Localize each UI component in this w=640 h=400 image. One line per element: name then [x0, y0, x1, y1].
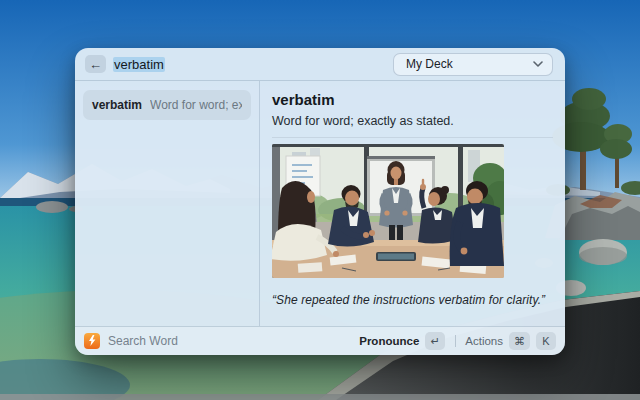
results-list: verbatim Word for word; exactl... — [75, 81, 260, 326]
search-text-selected: verbatim — [113, 57, 165, 72]
back-arrow-icon: ← — [89, 57, 102, 72]
window-main: verbatim Word for word; exactl... verbat… — [75, 81, 565, 326]
meeting-scene-graphic — [272, 144, 504, 278]
k-key: K — [536, 332, 556, 350]
window-topbar: ← verbatim My Deck — [75, 48, 565, 81]
pronounce-action[interactable]: Pronounce ↵ — [359, 332, 445, 350]
pronounce-label: Pronounce — [359, 335, 419, 347]
footer-context-label: Search Word — [108, 334, 359, 348]
back-button[interactable]: ← — [85, 55, 106, 73]
word-definition: Word for word; exactly as stated. — [272, 114, 553, 128]
example-quote: “She repeated the instructions verbatim … — [272, 293, 553, 307]
list-item-title: verbatim — [92, 98, 142, 112]
actions-label: Actions — [465, 335, 503, 347]
footer-separator — [455, 335, 456, 347]
search-input[interactable]: verbatim — [113, 57, 393, 72]
list-item-subtitle: Word for word; exactl... — [150, 98, 242, 112]
illustration-photo — [272, 144, 504, 278]
command-key-icon: ⌘ — [509, 332, 530, 350]
app-lightning-icon — [84, 333, 100, 349]
word-title: verbatim — [272, 91, 553, 108]
return-key-icon: ↵ — [425, 332, 445, 350]
detail-pane: verbatim Word for word; exactly as state… — [260, 81, 565, 326]
actions-button[interactable]: Actions ⌘ K — [465, 332, 556, 350]
deck-dropdown[interactable]: My Deck — [393, 53, 553, 76]
chevron-down-icon — [533, 61, 543, 67]
lightning-bolt-icon — [87, 335, 97, 347]
deck-dropdown-label: My Deck — [406, 57, 453, 71]
list-item-verbatim[interactable]: verbatim Word for word; exactl... — [83, 90, 251, 120]
app-window: ← verbatim My Deck verbatim Word for wor… — [75, 48, 565, 355]
window-footer: Search Word Pronounce ↵ Actions ⌘ K — [75, 326, 565, 355]
detail-divider — [272, 137, 553, 138]
